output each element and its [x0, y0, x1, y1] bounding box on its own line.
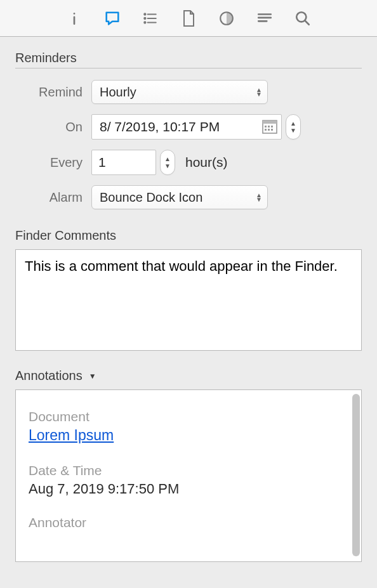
- svg-rect-10: [271, 126, 273, 127]
- every-label: Every: [15, 155, 91, 170]
- on-label: On: [15, 120, 91, 134]
- svg-point-3: [144, 22, 145, 23]
- svg-point-2: [144, 17, 145, 18]
- annotations-title-text: Annotations: [15, 369, 83, 383]
- annotator-label: Annotator: [29, 515, 348, 530]
- finder-comments-textarea[interactable]: This is a comment that would appear in t…: [15, 249, 362, 351]
- every-input[interactable]: 1: [91, 150, 156, 175]
- annotations-box: Document Lorem Ipsum Date & Time Aug 7, …: [15, 389, 362, 562]
- svg-rect-8: [265, 126, 267, 127]
- comment-icon[interactable]: [103, 9, 122, 28]
- lines-icon[interactable]: [255, 9, 274, 28]
- svg-rect-9: [268, 126, 270, 127]
- document-label: Document: [29, 409, 348, 424]
- list-icon[interactable]: [141, 9, 160, 28]
- date-stepper[interactable]: ▲▼: [286, 114, 301, 140]
- datetime-label: Date & Time: [29, 463, 348, 478]
- dropdown-arrow-icon: ▼: [89, 372, 96, 381]
- info-icon[interactable]: [65, 9, 84, 28]
- finder-comments-title: Finder Comments: [15, 228, 362, 243]
- svg-point-1: [144, 13, 145, 15]
- reminders-section-title: Reminders: [15, 51, 362, 65]
- every-value: 1: [98, 155, 106, 170]
- svg-rect-7: [263, 121, 277, 124]
- alarm-select[interactable]: Bounce Dock Icon ▲▼: [91, 185, 268, 209]
- on-date-input[interactable]: 8/ 7/2019, 10:17 PM: [91, 114, 282, 140]
- svg-rect-11: [265, 129, 267, 131]
- annotations-title[interactable]: Annotations ▼: [15, 369, 362, 383]
- document-link[interactable]: Lorem Ipsum: [29, 427, 114, 444]
- search-icon[interactable]: [293, 9, 312, 28]
- select-arrows-icon: ▲▼: [256, 88, 262, 96]
- every-unit: hour(s): [185, 155, 228, 170]
- half-circle-icon[interactable]: [217, 9, 236, 28]
- select-arrows-icon: ▲▼: [256, 193, 262, 202]
- remind-value: Hourly: [100, 85, 136, 100]
- finder-comments-value: This is a comment that would appear in t…: [25, 258, 338, 274]
- svg-rect-13: [271, 129, 273, 131]
- scrollbar[interactable]: [352, 394, 360, 556]
- annotations-content: Document Lorem Ipsum Date & Time Aug 7, …: [16, 390, 361, 530]
- document-icon[interactable]: [179, 9, 198, 28]
- datetime-value: Aug 7, 2019 9:17:50 PM: [29, 481, 348, 497]
- toolbar: [0, 0, 377, 37]
- remind-select[interactable]: Hourly ▲▼: [91, 80, 268, 104]
- every-stepper[interactable]: ▲▼: [160, 150, 175, 175]
- svg-point-0: [74, 13, 76, 15]
- svg-rect-12: [268, 129, 270, 131]
- calendar-icon[interactable]: [262, 120, 277, 134]
- alarm-value: Bounce Dock Icon: [100, 190, 202, 205]
- content-area: Reminders Remind Hourly ▲▼ On 8/ 7/2019,…: [0, 37, 377, 568]
- alarm-label: Alarm: [15, 190, 91, 205]
- remind-label: Remind: [15, 85, 91, 100]
- on-value: 8/ 7/2019, 10:17 PM: [100, 119, 220, 134]
- separator: [15, 68, 362, 69]
